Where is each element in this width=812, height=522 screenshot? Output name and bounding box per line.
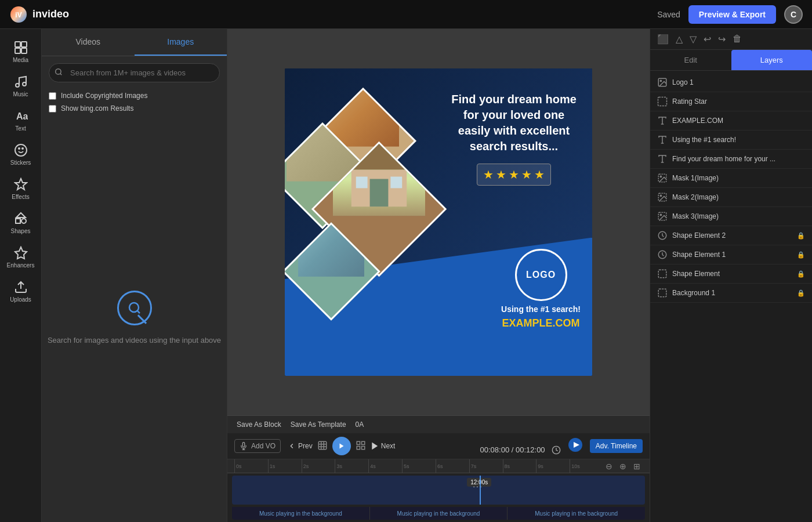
layer-ratingstar-name: Rating Star — [672, 97, 805, 106]
tab-edit[interactable]: Edit — [650, 50, 731, 70]
svg-rect-36 — [361, 441, 364, 444]
layer-shape-lock: 🔒 — [797, 270, 805, 278]
grid-button[interactable] — [356, 440, 366, 452]
preview-export-button[interactable]: Preview & Export — [688, 5, 776, 24]
canvas-logo-area: LOGO Using the #1 search! EXAMPLE.COM — [501, 249, 581, 329]
layers-list: Logo 1 Rating Star EXAMPLE.COM — [650, 71, 812, 522]
right-tabs: Edit Layers — [650, 50, 812, 71]
ruler-marks: 0s 1s 2s 3s 4s 5s 6s 7s 8s 9s 10s — [234, 459, 603, 473]
canvas-area: Find your dream home for your loved one … — [227, 29, 650, 433]
canvas-preview[interactable]: Find your dream home for your loved one … — [285, 68, 592, 376]
layer-item-using1search[interactable]: Using the #1 search! — [650, 130, 812, 150]
shape-fill-layer-icon — [657, 269, 668, 279]
sidebar-item-text[interactable]: Aa Text — [3, 104, 38, 136]
show-bing-checkbox[interactable] — [49, 105, 56, 113]
include-copyrighted-checkbox[interactable] — [49, 92, 56, 100]
main-layout: Media Music Aa Text Stickers — [0, 29, 812, 522]
show-bing-label: Show bing.com Results — [61, 104, 133, 113]
zoom-in-button[interactable]: ⊕ — [617, 461, 629, 472]
sidebar-item-uploads[interactable]: Uploads — [3, 276, 38, 307]
sidebar-item-enhancers[interactable]: Enhancers — [3, 241, 38, 273]
layer-item-ratingstar[interactable]: Rating Star — [650, 92, 812, 111]
tab-layers[interactable]: Layers — [731, 50, 813, 70]
forward-icon[interactable]: △ — [676, 34, 683, 45]
layer-item-mask2[interactable]: Mask 2(Image) — [650, 188, 812, 207]
svg-rect-37 — [357, 446, 360, 449]
layer-mask1-name: Mask 1(Image) — [672, 174, 805, 182]
next-button[interactable]: Next — [371, 442, 396, 450]
svg-text:Aa: Aa — [16, 111, 28, 121]
media-icon — [14, 41, 28, 55]
sidebar-item-media-label: Media — [13, 57, 28, 63]
search-input[interactable] — [49, 63, 220, 82]
fit-button[interactable]: ⊞ — [631, 461, 643, 472]
sidebar-item-uploads-label: Uploads — [10, 296, 31, 303]
svg-marker-12 — [15, 179, 27, 190]
layer-item-mask1[interactable]: Mask 1(Image) — [650, 169, 812, 188]
layer-item-shape[interactable]: Shape Element 🔒 — [650, 264, 812, 284]
right-toolbar: ⬛ △ ▽ ↩ ↪ 🗑 — [650, 29, 812, 50]
timeline-playhead[interactable] — [480, 476, 481, 505]
svg-rect-35 — [357, 441, 360, 444]
canvas-example-text: EXAMPLE.COM — [502, 317, 580, 329]
delete-icon[interactable]: 🗑 — [733, 34, 742, 45]
stars-rating: ★ ★ ★ ★ ★ — [477, 164, 551, 186]
sidebar-item-music[interactable]: Music — [3, 70, 38, 102]
current-time: 00:08:00 — [480, 445, 510, 454]
prev-button[interactable]: Prev — [288, 442, 313, 450]
bg-layer-icon — [657, 288, 668, 298]
shapes-icon — [14, 212, 28, 226]
layer-item-logo1[interactable]: Logo 1 — [650, 73, 812, 92]
sidebar-item-shapes[interactable]: Shapes — [3, 207, 38, 239]
canvas-wrapper: Find your dream home for your loved one … — [273, 29, 604, 415]
sidebar-item-shapes-label: Shapes — [11, 228, 31, 234]
sidebar-item-media[interactable]: Media — [3, 36, 38, 68]
ruler-mark-2s: 2s — [302, 459, 335, 473]
frame-button[interactable] — [317, 440, 328, 452]
tab-videos[interactable]: Videos — [42, 29, 135, 56]
layer-mask3-name: Mask 3(Image) — [672, 212, 805, 220]
save-as-block-button[interactable]: Save As Block — [237, 420, 281, 429]
tab-images[interactable]: Images — [135, 29, 227, 56]
backward-icon[interactable]: ▽ — [690, 34, 697, 45]
sidebar-item-stickers[interactable]: Stickers — [3, 139, 38, 171]
include-copyrighted-row: Include Copyrighted Images — [42, 89, 227, 102]
frame-icon — [317, 440, 328, 451]
timer-icon — [552, 445, 561, 455]
shape-layer-icon-2 — [657, 230, 668, 241]
svg-marker-15 — [16, 213, 26, 217]
layer-item-bg1[interactable]: Background 1 🔒 — [650, 284, 812, 303]
add-vo-label: Add VO — [251, 442, 276, 450]
adv-timeline-button[interactable]: Adv. Timeline — [590, 439, 643, 453]
layer-item-examplecom[interactable]: EXAMPLE.COM — [650, 111, 812, 130]
sidebar-item-effects[interactable]: Effects — [3, 173, 38, 205]
enhancers-icon — [14, 246, 28, 260]
ruler-mark-9s: 9s — [536, 459, 570, 473]
star-4: ★ — [521, 168, 532, 182]
zoom-out-button[interactable]: ⊖ — [603, 461, 615, 472]
svg-point-14 — [21, 219, 26, 223]
redo-icon[interactable]: ↪ — [718, 34, 726, 45]
time-separator: / — [512, 445, 516, 454]
svg-marker-39 — [372, 443, 377, 449]
timeline-track[interactable]: ··· 12:00s — [232, 476, 645, 505]
undo-icon[interactable]: ↩ — [704, 34, 711, 45]
layer-item-mask3[interactable]: Mask 3(Image) — [650, 207, 812, 226]
svg-point-57 — [660, 214, 661, 215]
svg-rect-26 — [390, 177, 402, 188]
avatar[interactable]: C — [784, 5, 803, 24]
uploads-icon — [14, 280, 28, 294]
play-button[interactable] — [332, 437, 351, 455]
svg-rect-25 — [356, 177, 368, 188]
svg-rect-4 — [15, 48, 20, 53]
sidebar-item-effects-label: Effects — [12, 194, 29, 200]
layer-item-shape1[interactable]: Shape Element 1 🔒 — [650, 245, 812, 264]
save-as-template-button[interactable]: Save As Template — [291, 420, 346, 429]
svg-marker-34 — [339, 444, 343, 449]
add-vo-button[interactable]: Add VO — [234, 439, 281, 453]
ruler-mark-0s: 0s — [234, 459, 268, 473]
canvas-headline: Find your dream home for your loved one … — [447, 92, 581, 154]
toggle-icon[interactable]: ⬛ — [657, 34, 669, 45]
layer-item-finddream[interactable]: Find your dream home for your ... — [650, 150, 812, 169]
layer-item-shape2[interactable]: Shape Element 2 🔒 — [650, 226, 812, 245]
